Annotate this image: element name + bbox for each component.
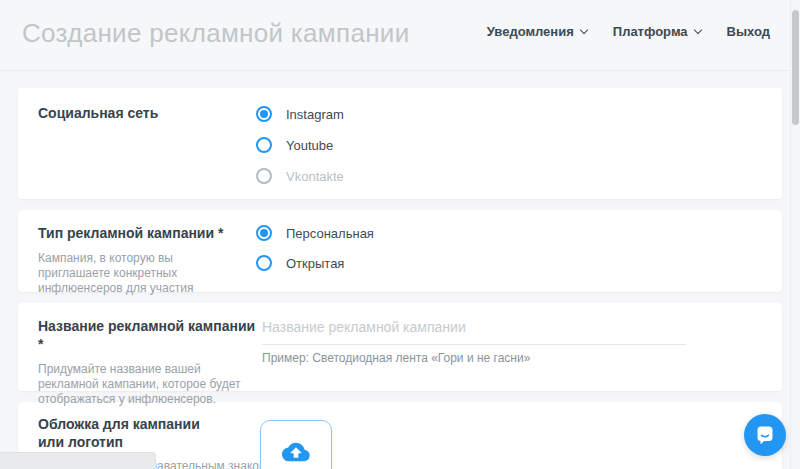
radio-selected-icon[interactable] (256, 225, 272, 241)
nav-notifications[interactable]: Уведомления (487, 24, 587, 39)
radio-youtube[interactable]: Youtube (256, 137, 762, 153)
chat-widget-button[interactable] (744, 414, 786, 456)
campaign-name-description: Придумайте название вашей рекламной камп… (38, 362, 243, 407)
radio-selected-icon[interactable] (256, 106, 272, 122)
radio-unselected-icon[interactable] (256, 255, 272, 271)
scrollbar-track[interactable] (790, 0, 800, 469)
radio-instagram[interactable]: Instagram (256, 106, 762, 122)
chevron-down-icon (693, 26, 701, 34)
nav-logout-label: Выход (727, 24, 770, 39)
radio-vkontakte-label: Vkontakte (286, 169, 344, 184)
campaign-type-label: Тип рекламной кампании * (38, 224, 256, 242)
section-campaign-name: Название рекламной кампании * Придумайте… (18, 303, 782, 391)
radio-open-label: Открытая (286, 256, 344, 271)
radio-instagram-label: Instagram (286, 107, 344, 122)
radio-unselected-icon[interactable] (256, 137, 272, 153)
section-campaign-type: Тип рекламной кампании * Кампания, в кот… (18, 210, 782, 292)
campaign-name-input[interactable] (262, 317, 686, 345)
cloud-upload-icon (282, 438, 310, 466)
upload-button[interactable]: Загрузить (260, 420, 332, 469)
campaign-name-hint: Пример: Светодиодная лента «Гори и не га… (262, 351, 762, 365)
social-network-label: Социальная сеть (38, 104, 256, 122)
page-title: Создание рекламной кампании (22, 18, 409, 49)
radio-personal[interactable]: Персональная (256, 225, 762, 241)
nav-notifications-label: Уведомления (487, 24, 574, 39)
nav-platform-label: Платформа (613, 24, 688, 39)
cover-label: Обложка для кампании или логотип (38, 415, 228, 451)
radio-open[interactable]: Открытая (256, 255, 762, 271)
nav-logout[interactable]: Выход (727, 24, 770, 39)
section-social-network: Социальная сеть Instagram Youtube Vkonta… (18, 88, 782, 199)
campaign-type-description: Кампания, в которую вы приглашаете конкр… (38, 251, 243, 296)
chat-bubble-icon (753, 423, 777, 447)
radio-personal-label: Персональная (286, 226, 374, 241)
status-tooltip (0, 452, 156, 469)
scrollbar-thumb[interactable] (792, 10, 799, 125)
nav-platform[interactable]: Платформа (613, 24, 701, 39)
campaign-name-label: Название рекламной кампании * (38, 317, 256, 353)
page-header: Создание рекламной кампании Уведомления … (0, 0, 800, 71)
radio-vkontakte: Vkontakte (256, 168, 762, 184)
radio-youtube-label: Youtube (286, 138, 333, 153)
radio-disabled-icon (256, 168, 272, 184)
chevron-down-icon (580, 26, 588, 34)
top-nav: Уведомления Платформа Выход (487, 24, 770, 39)
